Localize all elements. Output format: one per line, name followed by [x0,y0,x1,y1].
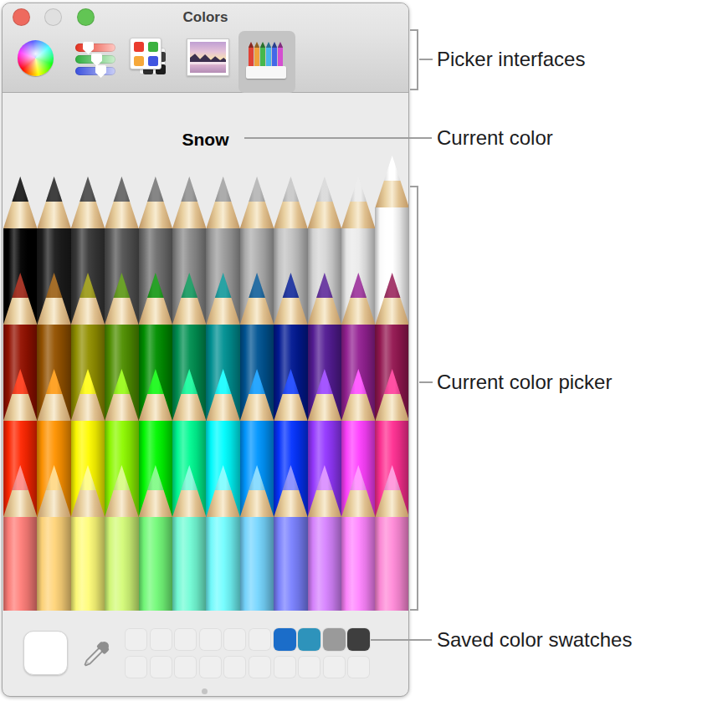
image-palettes-picker-icon[interactable] [187,38,229,76]
color-palettes-picker-icon[interactable] [130,38,172,79]
pencil-tip-core [3,369,37,394]
empty-swatch[interactable] [249,628,271,651]
pencil-wood [274,298,307,325]
empty-swatch[interactable] [199,656,222,678]
pencil-body [308,517,341,611]
pencil[interactable] [71,465,105,611]
pencil-tip [172,273,206,325]
pencil[interactable] [274,465,307,611]
pencil-row [3,465,409,611]
pencil-tip [3,177,37,228]
empty-swatch[interactable] [323,656,346,678]
pencil-wood [341,490,375,517]
pencil-tip-core [37,465,70,490]
empty-swatch[interactable] [298,656,320,678]
pencil-tip [206,465,239,517]
pencil[interactable] [3,465,37,611]
current-color-picker-label: Current color picker [437,371,612,394]
pencil-tip-core [172,177,206,202]
pencil-tip-core [105,177,138,202]
pencil-tip [139,369,172,421]
pencil[interactable] [308,465,341,611]
pencil-tip [139,465,172,517]
empty-swatch[interactable] [223,628,246,651]
resize-dot[interactable] [202,688,208,694]
pencil-tip [240,465,274,517]
pencil[interactable] [206,465,239,611]
empty-swatch[interactable] [249,656,271,678]
pencil-tip [105,273,138,325]
empty-swatch[interactable] [199,628,222,651]
pencil-tip [139,177,172,228]
saved-swatch[interactable] [274,628,296,651]
pencil-tip-core [341,465,375,490]
empty-swatch[interactable] [174,656,197,678]
pencil-tip [37,369,70,421]
pencil-tip [71,465,105,517]
pencil[interactable] [105,465,138,611]
empty-swatch[interactable] [150,656,172,678]
pencil[interactable] [341,465,375,611]
water-highlight [190,62,226,64]
pencil[interactable] [240,465,274,611]
empty-swatch[interactable] [150,628,172,651]
pencil-tip [308,273,341,325]
empty-swatch[interactable] [125,656,147,678]
pencil-tip-core [105,273,138,298]
empty-swatch[interactable] [347,656,370,678]
pencil-wood [71,394,105,421]
pencil-box [246,66,286,79]
pencil-wood [139,298,172,325]
pencil[interactable] [37,465,70,611]
color-sliders-picker-icon[interactable] [74,42,118,77]
pencil-wood [375,298,408,325]
saved-swatch[interactable] [298,628,320,651]
pencil-tip-core [172,465,206,490]
pencil-tip-core [240,465,274,490]
color-wheel-picker-icon[interactable] [18,40,54,76]
empty-swatch[interactable] [125,628,147,651]
pencil[interactable] [172,465,206,611]
saved-swatch[interactable] [323,628,346,651]
pencil-tip-core [105,465,138,490]
pencil-tip [71,273,105,325]
empty-swatch[interactable] [223,656,246,678]
pencil-tip-core [308,273,341,298]
empty-swatch[interactable] [174,628,197,651]
pencil-tip-core [206,465,239,490]
pencil-tip-core [71,465,105,490]
pencil-tip-core [3,465,37,490]
empty-swatch[interactable] [274,656,296,678]
slider-knob [91,54,102,66]
pencil-wood [71,202,105,228]
pencil-tip [3,465,37,517]
current-color-picker-bracket [410,186,418,611]
pencil-wood [274,202,307,228]
pencil-tip-core [206,273,239,298]
palette-square [134,56,144,66]
pencil-tip-core [308,369,341,394]
pencil-body [341,517,375,611]
pencil[interactable] [375,465,408,611]
pencil-wood [172,394,206,421]
pencil-tip [308,465,341,517]
pencil-wood [105,490,138,517]
callout-connector [419,381,433,383]
palette-square [148,42,158,52]
pencil-tip-core [274,465,307,490]
current-color-well[interactable] [23,631,68,675]
saved-swatch[interactable] [347,628,370,651]
palette-square [148,56,158,66]
pencil-wood [308,298,341,325]
pencil[interactable] [139,465,172,611]
pencil-tip [375,369,408,421]
pencil-tip-core [240,369,274,394]
eyedropper-icon[interactable] [79,637,113,671]
pencil-tip [172,465,206,517]
pencil-tip-core [240,273,274,298]
slider-knob [95,65,106,78]
pencils-picker-icon[interactable] [246,42,290,80]
pencil-tip-core [139,273,172,298]
pencil-tip-core [240,177,274,202]
pencil-tip [341,369,375,421]
